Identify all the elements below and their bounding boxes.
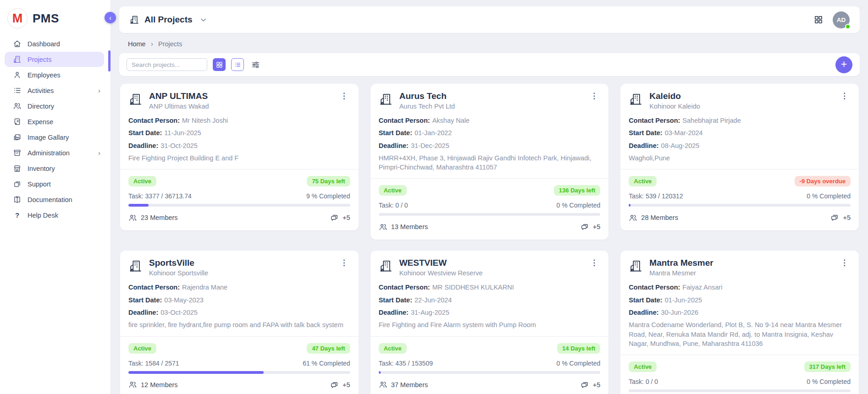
divider: [620, 355, 859, 355]
completed-percent: 0 % Completed: [807, 378, 851, 385]
chat-icon: [580, 380, 589, 389]
sidebar-item-projects[interactable]: Projects: [5, 52, 104, 67]
contact-label: Contact Person:: [128, 117, 180, 124]
completed-percent: 0 % Completed: [557, 202, 601, 209]
chat-button[interactable]: +5: [830, 213, 851, 222]
sidebar-item-employees[interactable]: Employees: [5, 67, 104, 82]
grid-view-button[interactable]: [213, 58, 226, 71]
project-details: Contact Person:MR SIDDHESH KULKARNI Star…: [379, 283, 601, 329]
apps-grid-button[interactable]: [813, 15, 824, 25]
sidebar-item-help-desk[interactable]: ? Help Desk: [5, 208, 104, 223]
project-card[interactable]: Kaleido Kohinoor Kaleido ⋮ Contact Perso…: [620, 84, 859, 230]
chevron-right-icon: ›: [98, 149, 100, 157]
days-left-badge: 317 Days left: [804, 361, 851, 372]
chat-icon: [330, 380, 339, 389]
sidebar-item-label: Projects: [28, 56, 51, 63]
project-subtitle: Mantra Mesmer: [649, 269, 713, 277]
start-date-label: Start Date:: [379, 296, 412, 304]
sidebar-scrollbar-thumb[interactable]: [108, 50, 111, 71]
sidebar-item-activities[interactable]: Activities ›: [5, 83, 104, 98]
chat-button[interactable]: +5: [580, 380, 601, 389]
home-icon: [13, 39, 22, 48]
app-name: PMS: [33, 11, 59, 26]
sidebar-item-administration[interactable]: Administration ›: [5, 145, 104, 160]
progress-fill: [128, 371, 264, 374]
days-overdue-badge: -9 Days overdue: [795, 176, 851, 186]
divider: [120, 169, 359, 170]
completed-percent: 0 % Completed: [807, 192, 851, 200]
project-title: Kaleido: [649, 91, 700, 101]
contact-value: MR SIDDHESH KULKARNI: [432, 284, 514, 291]
add-project-button[interactable]: +: [835, 56, 852, 73]
contact-value: Rajendra Mane: [182, 284, 227, 291]
card-menu-button[interactable]: ⋮: [588, 258, 600, 268]
people-icon: [379, 380, 387, 389]
card-menu-button[interactable]: ⋮: [338, 258, 350, 268]
status-badge: Active: [629, 361, 657, 372]
task-count: Task: 3377 / 36713.74: [128, 192, 192, 200]
divider: [370, 336, 609, 337]
members-label: 12 Members: [141, 381, 178, 389]
project-description: fire sprinkler, fire hydrant,fire pump r…: [128, 320, 350, 329]
project-title: ANP ULTIMAS: [149, 91, 209, 101]
avatar[interactable]: AD: [833, 11, 850, 28]
sidebar-item-image-gallery[interactable]: Image Gallary: [5, 130, 104, 145]
project-subtitle: Kohinoor Westview Reserve: [399, 269, 483, 277]
sidebar-item-dashboard[interactable]: Dashboard: [5, 36, 104, 51]
contact-label: Contact Person:: [379, 117, 430, 124]
deadline-value: 30-Jun-2026: [661, 309, 698, 316]
sidebar-item-expense[interactable]: Expense: [5, 114, 104, 129]
contact-value: Mr Nitesh Joshi: [182, 117, 228, 124]
members-label: 37 Members: [391, 381, 428, 389]
contact-value: Akshay Nale: [432, 117, 470, 124]
members-label: 28 Members: [641, 214, 678, 221]
completed-percent: 9 % Completed: [306, 192, 350, 200]
building-icon: [128, 259, 143, 275]
sidebar-item-support[interactable]: Support: [5, 176, 104, 192]
copy-icon: [13, 180, 22, 188]
deadline-value: 31-Dec-2025: [411, 142, 449, 149]
sidebar-item-inventory[interactable]: Inventory: [5, 161, 104, 176]
project-card[interactable]: ANP ULTIMAS ANP Ultimas Wakad ⋮ Contact …: [120, 84, 359, 230]
search-input[interactable]: [127, 58, 207, 71]
breadcrumb-home[interactable]: Home: [128, 40, 146, 48]
card-menu-button[interactable]: ⋮: [838, 91, 851, 101]
start-date-value: 03-May-2023: [164, 296, 203, 304]
question-mark-icon: ?: [13, 211, 22, 219]
sidebar-item-label: Inventory: [28, 165, 55, 172]
sidebar-item-label: Help Desk: [28, 212, 58, 219]
project-selector[interactable]: All Projects: [129, 15, 208, 25]
deadline-value: 08-Aug-2025: [661, 142, 700, 149]
filter-button[interactable]: [251, 60, 260, 70]
members-label: 23 Members: [141, 214, 178, 221]
project-card[interactable]: Aurus Tech Aurus Tech Pvt Ltd ⋮ Contact …: [370, 84, 609, 240]
sidebar-collapse-button[interactable]: ‹: [105, 12, 116, 23]
card-menu-button[interactable]: ⋮: [838, 258, 851, 268]
chat-button[interactable]: +5: [330, 213, 350, 222]
deadline-value: 31-Aug-2025: [411, 309, 449, 316]
chat-icon: [580, 222, 589, 231]
status-badge: Active: [379, 343, 407, 354]
chat-button[interactable]: +5: [580, 222, 601, 231]
project-card[interactable]: WESTVIEW Kohinoor Westview Reserve ⋮ Con…: [370, 251, 609, 394]
topbar-actions: AD: [813, 11, 850, 28]
project-card[interactable]: Mantra Mesmer Mantra Mesmer ⋮ Contact Pe…: [620, 251, 859, 394]
chat-button[interactable]: +5: [330, 380, 350, 389]
list-view-button[interactable]: [231, 58, 244, 71]
project-description: Wagholi,Pune: [629, 153, 851, 163]
sidebar-item-directory[interactable]: Directory: [5, 98, 104, 114]
card-menu-button[interactable]: ⋮: [338, 91, 350, 101]
members-count: 13 Members: [379, 223, 428, 231]
project-details: Contact Person:Rajendra Mane Start Date:…: [128, 283, 350, 329]
members-count: 23 Members: [128, 213, 178, 222]
logo-letter: M: [12, 11, 23, 26]
sidebar-item-documentation[interactable]: Documentation: [5, 192, 104, 207]
project-card[interactable]: SportsVille Kohinoor Sportsville ⋮ Conta…: [120, 251, 359, 394]
project-details: Contact Person:Mr Nitesh Joshi Start Dat…: [128, 116, 350, 163]
start-date-value: 03-Mar-2024: [665, 129, 703, 137]
list-icon: [13, 86, 22, 95]
chat-count: +5: [593, 223, 601, 230]
members-label: 13 Members: [391, 223, 428, 230]
card-menu-button[interactable]: ⋮: [588, 91, 600, 101]
building-icon: [379, 259, 393, 275]
